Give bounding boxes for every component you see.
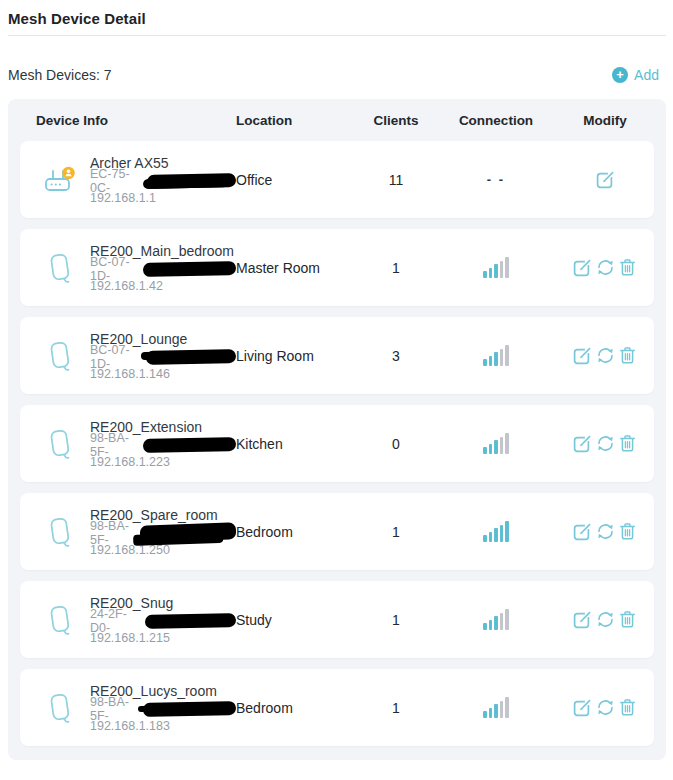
count-label: Mesh Devices: <box>8 67 100 83</box>
device-location: Kitchen <box>236 436 356 452</box>
device-mac: EC-75-0C- <box>90 173 236 189</box>
edit-icon[interactable] <box>573 434 592 453</box>
reboot-icon[interactable] <box>596 698 615 717</box>
header-connection: Connection <box>436 113 556 128</box>
signal-bar <box>483 271 487 278</box>
signal-bar <box>494 616 498 630</box>
reboot-icon[interactable] <box>596 522 615 541</box>
delete-icon[interactable] <box>619 698 638 717</box>
device-mac: BC-07-1D- <box>90 349 236 365</box>
signal-bar <box>489 532 493 543</box>
signal-bar <box>483 447 487 454</box>
device-ip: 192.168.1.223 <box>90 455 236 469</box>
table-row: RE200_Spare_room 98-BA-5F- 192.168.1.250… <box>20 493 654 570</box>
modify-cell <box>556 698 654 717</box>
signal-strength-icon <box>483 521 509 542</box>
signal-strength-icon <box>483 257 509 278</box>
table-row: Archer AX55 EC-75-0C- 192.168.1.1 Office… <box>20 141 654 218</box>
mac-redaction <box>143 701 236 717</box>
device-mac: BC-07-1D- <box>90 261 236 277</box>
device-mac: 98-BA-5F- <box>90 437 236 453</box>
device-mac: 24-2F-D0- <box>90 613 236 629</box>
delete-icon[interactable] <box>619 434 638 453</box>
signal-strength-icon <box>483 345 509 366</box>
page-title: Mesh Device Detail <box>8 0 666 35</box>
device-icon-wrap <box>42 427 78 461</box>
table-row: RE200_Lucys_room 98-BA-5F- 192.168.1.183… <box>20 669 654 746</box>
signal-bar <box>500 525 504 542</box>
device-table-panel: Device Info Location Clients Connection … <box>8 99 666 760</box>
edit-icon[interactable] <box>573 698 592 717</box>
device-clients: 1 <box>356 700 436 716</box>
signal-bar <box>489 444 493 455</box>
reboot-icon[interactable] <box>596 258 615 277</box>
reboot-icon[interactable] <box>596 434 615 453</box>
delete-icon[interactable] <box>619 522 638 541</box>
device-ip: 192.168.1.215 <box>90 631 236 645</box>
signal-strength-icon <box>483 433 509 454</box>
modify-cell <box>556 522 654 541</box>
connection-cell <box>436 521 556 542</box>
mesh-device-page: Mesh Device Detail Mesh Devices:7 + Add … <box>0 0 673 760</box>
reboot-icon[interactable] <box>596 346 615 365</box>
edit-icon[interactable] <box>573 258 592 277</box>
signal-bar <box>505 697 509 718</box>
signal-bar <box>494 440 498 454</box>
device-ip: 192.168.1.42 <box>90 279 236 293</box>
device-icon-wrap <box>42 251 78 285</box>
modify-cell <box>556 434 654 453</box>
signal-bar <box>500 613 504 630</box>
title-divider <box>8 35 666 36</box>
extender-icon <box>46 251 74 285</box>
table-header-row: Device Info Location Clients Connection … <box>20 99 654 141</box>
signal-bar <box>489 620 493 631</box>
delete-icon[interactable] <box>619 258 638 277</box>
signal-bar <box>489 356 493 367</box>
connection-cell <box>436 609 556 630</box>
reboot-icon[interactable] <box>596 610 615 629</box>
signal-bar <box>483 535 487 542</box>
mac-redaction <box>140 522 236 542</box>
toolbar: Mesh Devices:7 + Add <box>8 65 666 85</box>
device-location: Office <box>236 172 356 188</box>
signal-bar <box>483 359 487 366</box>
device-ip: 192.168.1.183 <box>90 719 236 733</box>
device-location: Study <box>236 612 356 628</box>
signal-bar <box>483 623 487 630</box>
device-clients: 11 <box>356 172 436 188</box>
device-mac: 98-BA-5F- <box>90 701 236 717</box>
extender-icon <box>46 603 74 637</box>
device-icon-wrap <box>42 603 78 637</box>
extender-icon <box>46 691 74 725</box>
signal-bar <box>505 609 509 630</box>
delete-icon[interactable] <box>619 610 638 629</box>
signal-bar <box>494 704 498 718</box>
edit-icon[interactable] <box>573 610 592 629</box>
device-ip: 192.168.1.146 <box>90 367 236 381</box>
device-icon-wrap <box>42 165 78 195</box>
signal-bar <box>489 708 493 719</box>
mac-redaction <box>147 173 236 189</box>
device-location: Master Room <box>236 260 356 276</box>
table-row: RE200_Lounge BC-07-1D- 192.168.1.146 Liv… <box>20 317 654 394</box>
signal-bar <box>494 528 498 542</box>
edit-icon[interactable] <box>573 522 592 541</box>
header-clients: Clients <box>356 113 436 128</box>
mac-redaction <box>145 349 236 365</box>
header-location: Location <box>236 113 356 128</box>
device-ip: 192.168.1.250 <box>90 543 236 557</box>
edit-icon[interactable] <box>596 170 615 189</box>
mac-redaction <box>143 437 237 453</box>
add-device-button[interactable]: + Add <box>612 67 666 83</box>
signal-bar <box>500 349 504 366</box>
plus-icon: + <box>612 67 628 83</box>
delete-icon[interactable] <box>619 346 638 365</box>
edit-icon[interactable] <box>573 346 592 365</box>
connection-dashes: - - <box>487 172 505 187</box>
mac-redaction <box>143 261 236 277</box>
connection-cell <box>436 433 556 454</box>
device-clients: 0 <box>356 436 436 452</box>
device-location: Living Room <box>236 348 356 364</box>
add-button-label: Add <box>634 67 659 83</box>
modify-cell <box>556 610 654 629</box>
